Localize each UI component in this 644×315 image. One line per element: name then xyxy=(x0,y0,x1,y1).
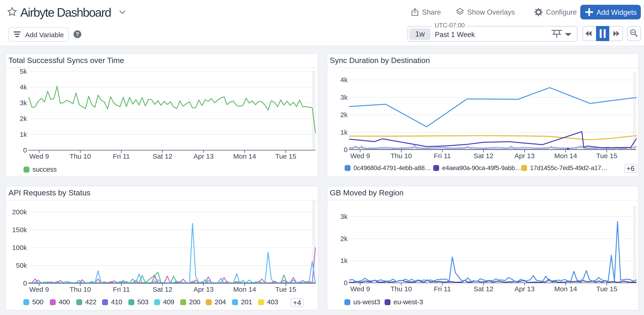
svg-text:Tue 15: Tue 15 xyxy=(275,286,296,293)
svg-text:5k: 5k xyxy=(20,68,27,75)
svg-text:Mon 14: Mon 14 xyxy=(233,152,256,160)
svg-text:0: 0 xyxy=(23,146,27,154)
svg-text:4k: 4k xyxy=(340,76,348,83)
svg-text:2k: 2k xyxy=(340,235,348,242)
svg-text:1k: 1k xyxy=(340,128,348,136)
svg-text:Wed 9: Wed 9 xyxy=(350,152,370,160)
svg-text:Fri 11: Fri 11 xyxy=(434,285,451,293)
svg-text:Fri 11: Fri 11 xyxy=(113,286,130,293)
svg-text:Sat 12: Sat 12 xyxy=(474,152,494,160)
svg-text:Tue 15: Tue 15 xyxy=(596,285,617,293)
svg-text:Thu 10: Thu 10 xyxy=(390,152,412,160)
svg-text:Sat 12: Sat 12 xyxy=(152,286,172,293)
svg-text:Apr 13: Apr 13 xyxy=(514,152,534,160)
svg-text:2k: 2k xyxy=(340,111,348,118)
svg-text:Tue 15: Tue 15 xyxy=(275,152,296,160)
svg-text:Apr 13: Apr 13 xyxy=(194,286,214,293)
svg-text:Mon 14: Mon 14 xyxy=(233,286,256,293)
svg-text:Apr 13: Apr 13 xyxy=(194,152,214,160)
svg-text:3k: 3k xyxy=(340,94,348,101)
svg-text:0: 0 xyxy=(344,279,348,287)
svg-text:Thu 10: Thu 10 xyxy=(70,152,91,160)
svg-text:Mon 14: Mon 14 xyxy=(554,152,577,160)
svg-text:Apr 13: Apr 13 xyxy=(514,285,534,293)
svg-text:Wed 9: Wed 9 xyxy=(29,152,49,160)
svg-text:Fri 11: Fri 11 xyxy=(113,152,130,160)
svg-text:200k: 200k xyxy=(12,208,27,216)
svg-text:Sat 12: Sat 12 xyxy=(474,285,494,293)
svg-text:Thu 10: Thu 10 xyxy=(70,286,91,293)
svg-text:Tue 15: Tue 15 xyxy=(596,152,617,160)
svg-text:3k: 3k xyxy=(20,99,27,107)
svg-text:Fri 11: Fri 11 xyxy=(434,152,451,160)
svg-text:1k: 1k xyxy=(340,257,348,264)
svg-text:50k: 50k xyxy=(16,262,27,269)
svg-text:1k: 1k xyxy=(20,131,27,138)
svg-text:3k: 3k xyxy=(340,213,348,220)
svg-text:Wed 9: Wed 9 xyxy=(350,285,370,293)
svg-text:2k: 2k xyxy=(20,115,27,122)
svg-text:4k: 4k xyxy=(20,83,27,91)
svg-text:Wed 9: Wed 9 xyxy=(29,286,49,293)
svg-text:0: 0 xyxy=(344,146,348,153)
svg-text:150k: 150k xyxy=(12,226,27,234)
svg-text:Mon 14: Mon 14 xyxy=(554,285,577,293)
svg-text:100k: 100k xyxy=(12,244,27,251)
svg-text:0: 0 xyxy=(23,279,27,287)
svg-text:Thu 10: Thu 10 xyxy=(390,285,412,293)
svg-text:Sat 12: Sat 12 xyxy=(152,152,172,160)
